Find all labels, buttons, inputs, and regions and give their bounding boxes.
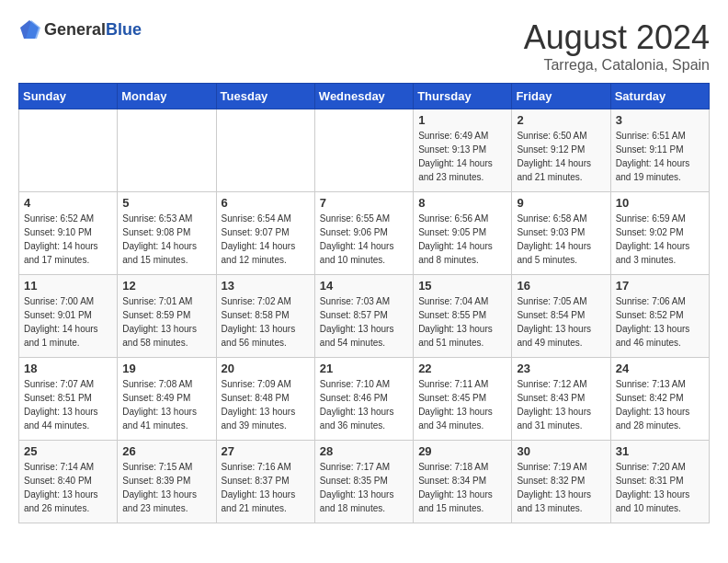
day-info: Sunrise: 7:04 AM Sunset: 8:55 PM Dayligh… <box>418 294 506 350</box>
day-info: Sunrise: 6:51 AM Sunset: 9:11 PM Dayligh… <box>616 129 704 184</box>
calendar-cell: 19Sunrise: 7:08 AM Sunset: 8:49 PM Dayli… <box>118 358 216 441</box>
calendar-cell: 25Sunrise: 7:14 AM Sunset: 8:40 PM Dayli… <box>19 441 118 523</box>
day-number: 5 <box>122 196 210 210</box>
calendar-cell: 27Sunrise: 7:16 AM Sunset: 8:37 PM Dayli… <box>216 441 314 523</box>
day-info: Sunrise: 7:14 AM Sunset: 8:40 PM Dayligh… <box>24 460 112 515</box>
logo-blue: Blue <box>106 20 142 39</box>
day-info: Sunrise: 7:16 AM Sunset: 8:37 PM Dayligh… <box>222 460 310 515</box>
calendar-cell: 11Sunrise: 7:00 AM Sunset: 9:01 PM Dayli… <box>19 275 118 358</box>
calendar-cell: 7Sunrise: 6:55 AM Sunset: 9:06 PM Daylig… <box>314 192 413 275</box>
day-info: Sunrise: 6:54 AM Sunset: 9:07 PM Dayligh… <box>222 212 310 267</box>
weekday-header-sunday: Sunday <box>19 84 118 109</box>
calendar-cell: 15Sunrise: 7:04 AM Sunset: 8:55 PM Dayli… <box>414 275 512 358</box>
day-info: Sunrise: 7:01 AM Sunset: 8:59 PM Dayligh… <box>122 294 210 350</box>
title-block: August 2024 Tarrega, Catalonia, Spain <box>524 18 710 74</box>
calendar-cell: 18Sunrise: 7:07 AM Sunset: 8:51 PM Dayli… <box>19 358 118 441</box>
calendar-week-4: 18Sunrise: 7:07 AM Sunset: 8:51 PM Dayli… <box>19 358 710 441</box>
calendar-cell <box>118 109 216 192</box>
weekday-header-wednesday: Wednesday <box>314 84 413 109</box>
day-number: 19 <box>122 362 210 375</box>
day-number: 20 <box>222 362 310 375</box>
day-info: Sunrise: 7:03 AM Sunset: 8:57 PM Dayligh… <box>320 294 408 350</box>
day-number: 11 <box>24 279 112 293</box>
day-number: 13 <box>222 279 310 293</box>
day-number: 27 <box>222 444 310 458</box>
day-number: 3 <box>616 113 704 127</box>
day-number: 28 <box>320 444 408 458</box>
day-info: Sunrise: 6:58 AM Sunset: 9:03 PM Dayligh… <box>517 212 605 267</box>
calendar-cell: 28Sunrise: 7:17 AM Sunset: 8:35 PM Dayli… <box>314 441 413 523</box>
calendar-cell: 31Sunrise: 7:20 AM Sunset: 8:31 PM Dayli… <box>610 441 709 523</box>
calendar-cell: 21Sunrise: 7:10 AM Sunset: 8:46 PM Dayli… <box>314 358 413 441</box>
calendar-week-3: 11Sunrise: 7:00 AM Sunset: 9:01 PM Dayli… <box>19 275 710 358</box>
day-info: Sunrise: 7:00 AM Sunset: 9:01 PM Dayligh… <box>24 294 112 350</box>
day-number: 25 <box>24 444 112 458</box>
calendar-cell: 22Sunrise: 7:11 AM Sunset: 8:45 PM Dayli… <box>414 358 512 441</box>
day-number: 12 <box>122 279 210 293</box>
logo: GeneralBlue <box>18 18 142 40</box>
day-number: 2 <box>517 113 605 127</box>
day-info: Sunrise: 7:08 AM Sunset: 8:49 PM Dayligh… <box>122 377 210 432</box>
calendar-week-2: 4Sunrise: 6:52 AM Sunset: 9:10 PM Daylig… <box>19 192 710 275</box>
calendar-cell: 13Sunrise: 7:02 AM Sunset: 8:58 PM Dayli… <box>216 275 314 358</box>
calendar-cell: 4Sunrise: 6:52 AM Sunset: 9:10 PM Daylig… <box>19 192 118 275</box>
calendar-cell: 6Sunrise: 6:54 AM Sunset: 9:07 PM Daylig… <box>216 192 314 275</box>
calendar-table: SundayMondayTuesdayWednesdayThursdayFrid… <box>18 83 710 523</box>
day-number: 4 <box>24 196 112 210</box>
calendar-cell <box>19 109 118 192</box>
weekday-header-tuesday: Tuesday <box>216 84 314 109</box>
calendar-cell: 16Sunrise: 7:05 AM Sunset: 8:54 PM Dayli… <box>512 275 610 358</box>
calendar-cell: 26Sunrise: 7:15 AM Sunset: 8:39 PM Dayli… <box>118 441 216 523</box>
calendar-cell: 23Sunrise: 7:12 AM Sunset: 8:43 PM Dayli… <box>512 358 610 441</box>
weekday-header-friday: Friday <box>512 84 610 109</box>
calendar-cell: 10Sunrise: 6:59 AM Sunset: 9:02 PM Dayli… <box>610 192 709 275</box>
day-info: Sunrise: 7:15 AM Sunset: 8:39 PM Dayligh… <box>122 460 210 515</box>
day-number: 23 <box>517 362 605 375</box>
day-number: 31 <box>616 444 704 458</box>
calendar-cell: 17Sunrise: 7:06 AM Sunset: 8:52 PM Dayli… <box>610 275 709 358</box>
day-info: Sunrise: 6:56 AM Sunset: 9:05 PM Dayligh… <box>418 212 506 267</box>
day-info: Sunrise: 7:11 AM Sunset: 8:45 PM Dayligh… <box>418 377 506 432</box>
day-number: 15 <box>418 279 506 293</box>
location-title: Tarrega, Catalonia, Spain <box>524 57 710 74</box>
calendar-cell: 30Sunrise: 7:19 AM Sunset: 8:32 PM Dayli… <box>512 441 610 523</box>
calendar-cell: 14Sunrise: 7:03 AM Sunset: 8:57 PM Dayli… <box>314 275 413 358</box>
weekday-header-row: SundayMondayTuesdayWednesdayThursdayFrid… <box>19 84 710 109</box>
logo-text: GeneralBlue <box>44 20 142 40</box>
day-info: Sunrise: 7:09 AM Sunset: 8:48 PM Dayligh… <box>222 377 310 432</box>
day-number: 22 <box>418 362 506 375</box>
day-number: 10 <box>616 196 704 210</box>
day-number: 8 <box>418 196 506 210</box>
calendar-cell <box>216 109 314 192</box>
calendar-cell: 24Sunrise: 7:13 AM Sunset: 8:42 PM Dayli… <box>610 358 709 441</box>
day-info: Sunrise: 7:05 AM Sunset: 8:54 PM Dayligh… <box>517 294 605 350</box>
day-info: Sunrise: 7:20 AM Sunset: 8:31 PM Dayligh… <box>616 460 704 515</box>
weekday-header-monday: Monday <box>118 84 216 109</box>
calendar-week-5: 25Sunrise: 7:14 AM Sunset: 8:40 PM Dayli… <box>19 441 710 523</box>
calendar-cell: 9Sunrise: 6:58 AM Sunset: 9:03 PM Daylig… <box>512 192 610 275</box>
day-number: 9 <box>517 196 605 210</box>
day-info: Sunrise: 7:02 AM Sunset: 8:58 PM Dayligh… <box>222 294 310 350</box>
calendar-week-1: 1Sunrise: 6:49 AM Sunset: 9:13 PM Daylig… <box>19 109 710 192</box>
day-number: 6 <box>222 196 310 210</box>
calendar-body: 1Sunrise: 6:49 AM Sunset: 9:13 PM Daylig… <box>19 109 710 523</box>
calendar-cell: 20Sunrise: 7:09 AM Sunset: 8:48 PM Dayli… <box>216 358 314 441</box>
calendar-cell: 8Sunrise: 6:56 AM Sunset: 9:05 PM Daylig… <box>414 192 512 275</box>
day-info: Sunrise: 6:49 AM Sunset: 9:13 PM Dayligh… <box>418 129 506 184</box>
day-number: 29 <box>418 444 506 458</box>
weekday-header-thursday: Thursday <box>414 84 512 109</box>
day-info: Sunrise: 7:19 AM Sunset: 8:32 PM Dayligh… <box>517 460 605 515</box>
day-info: Sunrise: 6:55 AM Sunset: 9:06 PM Dayligh… <box>320 212 408 267</box>
day-number: 21 <box>320 362 408 375</box>
day-info: Sunrise: 6:52 AM Sunset: 9:10 PM Dayligh… <box>24 212 112 267</box>
weekday-header-saturday: Saturday <box>610 84 709 109</box>
day-info: Sunrise: 6:53 AM Sunset: 9:08 PM Dayligh… <box>122 212 210 267</box>
calendar-cell: 29Sunrise: 7:18 AM Sunset: 8:34 PM Dayli… <box>414 441 512 523</box>
day-number: 7 <box>320 196 408 210</box>
day-info: Sunrise: 7:17 AM Sunset: 8:35 PM Dayligh… <box>320 460 408 515</box>
day-info: Sunrise: 6:59 AM Sunset: 9:02 PM Dayligh… <box>616 212 704 267</box>
day-info: Sunrise: 7:18 AM Sunset: 8:34 PM Dayligh… <box>418 460 506 515</box>
day-number: 26 <box>122 444 210 458</box>
calendar-cell: 3Sunrise: 6:51 AM Sunset: 9:11 PM Daylig… <box>610 109 709 192</box>
calendar-cell <box>314 109 413 192</box>
